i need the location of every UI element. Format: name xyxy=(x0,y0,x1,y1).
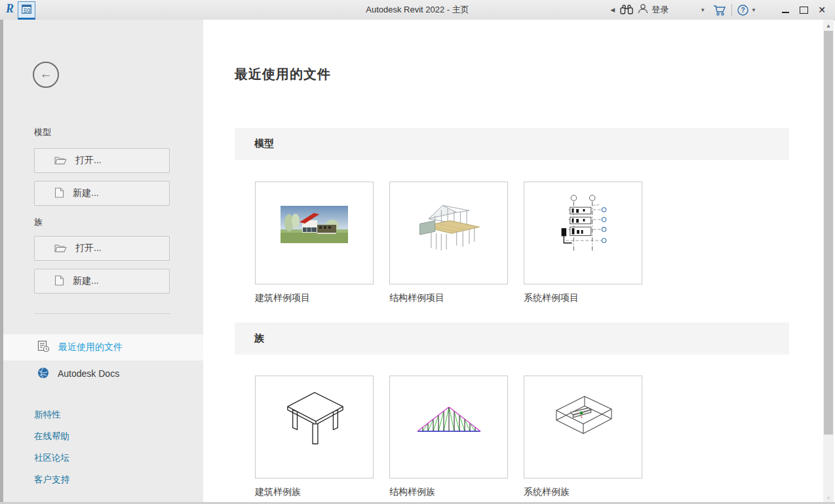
thumbnail-struct-project xyxy=(389,182,508,284)
revit-window: R Autodesk Revit 2022 - 主页 ◀ 登录 ▼ xyxy=(0,0,835,504)
scrollbar-up-icon[interactable]: ▲ xyxy=(823,21,834,30)
recent-file-card-struct-family[interactable]: 结构样例族 xyxy=(389,376,508,498)
model-open-label: 打开... xyxy=(75,155,102,166)
link-customer-support[interactable]: 客户支持 xyxy=(34,474,69,486)
titlebar-separator xyxy=(731,4,732,16)
table-drawing-image xyxy=(279,386,351,452)
recent-file-card-struct-project[interactable]: 结构样例项目 xyxy=(389,182,508,304)
globe-icon xyxy=(37,367,49,381)
collapse-search-icon[interactable]: ◀ xyxy=(610,0,615,20)
card-label: 系统样例项目 xyxy=(524,292,642,304)
structure-model-image xyxy=(413,195,485,255)
recent-files-label: 最近使用的文件 xyxy=(58,341,123,353)
sign-in-dropdown-icon[interactable]: ▼ xyxy=(700,0,705,20)
card-label: 结构样例族 xyxy=(389,486,508,498)
section-models-label: 模型 xyxy=(254,138,274,150)
sidebar-section-family-label: 族 xyxy=(34,216,43,228)
family-open-label: 打开... xyxy=(75,242,102,254)
main-content: 最近使用的文件 模型 xyxy=(203,20,823,504)
family-open-button[interactable]: 打开... xyxy=(34,236,170,261)
thumbnail-arch-family xyxy=(255,376,374,478)
body-area: ← 模型 打开... 新建... 族 打开... xyxy=(0,20,835,504)
tray-drawing-image xyxy=(547,389,619,448)
recent-file-card-arch-family[interactable]: 建筑样例族 xyxy=(255,376,374,498)
thumbnail-struct-family xyxy=(389,376,508,478)
house-render-image xyxy=(281,206,348,243)
window-controls: ✕ xyxy=(776,0,831,20)
autodesk-docs-label: Autodesk Docs xyxy=(58,368,119,379)
family-new-button[interactable]: 新建... xyxy=(34,269,170,294)
truss-drawing-image xyxy=(413,398,485,439)
thumbnail-arch-project xyxy=(255,182,374,284)
link-whats-new[interactable]: 新特性 xyxy=(34,409,61,421)
new-file-icon xyxy=(54,187,64,200)
revit-logo-icon: R xyxy=(6,2,14,16)
titlebar: R Autodesk Revit 2022 - 主页 ◀ 登录 ▼ xyxy=(0,0,835,20)
model-open-button[interactable]: 打开... xyxy=(34,148,170,173)
thumbnail-system-project xyxy=(524,182,642,284)
sidebar-section-model-label: 模型 xyxy=(34,126,51,138)
vertical-scrollbar[interactable]: ▲ ▼ xyxy=(823,20,834,504)
svg-text:?: ? xyxy=(741,7,745,14)
sign-in-label: 登录 xyxy=(651,4,669,16)
search-icon[interactable] xyxy=(620,0,633,20)
sidebar-item-autodesk-docs[interactable]: Autodesk Docs xyxy=(0,360,203,387)
recent-file-card-system-family[interactable]: 系统样例族 xyxy=(524,376,642,498)
sidebar-item-recent-files[interactable]: 最近使用的文件 xyxy=(0,334,203,360)
recent-file-card-arch-project[interactable]: 建筑样例项目 xyxy=(255,182,374,304)
link-online-help[interactable]: 在线帮助 xyxy=(34,431,69,442)
help-dropdown-icon[interactable]: ▼ xyxy=(751,0,756,20)
user-icon xyxy=(638,3,648,16)
section-families-label: 族 xyxy=(254,332,264,345)
help-icon[interactable]: ? xyxy=(737,0,748,20)
page-title: 最近使用的文件 xyxy=(235,66,331,83)
home-toggle-button[interactable] xyxy=(18,1,35,20)
back-button[interactable]: ← xyxy=(33,62,59,88)
close-button[interactable]: ✕ xyxy=(813,0,831,20)
thumbnail-system-family xyxy=(524,376,642,478)
cart-icon[interactable] xyxy=(713,0,726,20)
card-label: 建筑样例项目 xyxy=(255,292,374,304)
sign-in-button[interactable]: 登录 xyxy=(638,0,669,20)
window-left-border xyxy=(0,20,3,504)
recent-file-card-system-project[interactable]: 系统样例项目 xyxy=(524,182,642,304)
home-window-icon xyxy=(22,5,31,16)
card-label: 结构样例项目 xyxy=(389,292,508,304)
titlebar-right-cluster: ◀ 登录 ▼ ? ▼ ✕ xyxy=(610,0,831,20)
system-schematic-image xyxy=(557,190,610,260)
scrollbar-down-icon[interactable]: ▼ xyxy=(823,494,834,503)
family-new-label: 新建... xyxy=(73,275,99,287)
recent-files-icon xyxy=(37,340,50,355)
card-label: 系统样例族 xyxy=(524,486,642,498)
new-file-icon xyxy=(54,275,64,288)
folder-open-icon xyxy=(54,155,67,166)
folder-open-icon xyxy=(54,243,67,254)
section-header-families: 族 xyxy=(235,322,789,355)
link-community-forum[interactable]: 社区论坛 xyxy=(34,452,69,464)
sidebar: ← 模型 打开... 新建... 族 打开... xyxy=(0,20,203,504)
section-header-models: 模型 xyxy=(235,128,789,160)
scrollbar-thumb[interactable] xyxy=(824,31,833,435)
model-new-button[interactable]: 新建... xyxy=(34,181,170,206)
maximize-button[interactable] xyxy=(794,0,813,20)
minimize-button[interactable] xyxy=(776,0,794,20)
model-new-label: 新建... xyxy=(73,187,99,199)
card-label: 建筑样例族 xyxy=(255,486,374,498)
sidebar-divider xyxy=(34,313,170,314)
